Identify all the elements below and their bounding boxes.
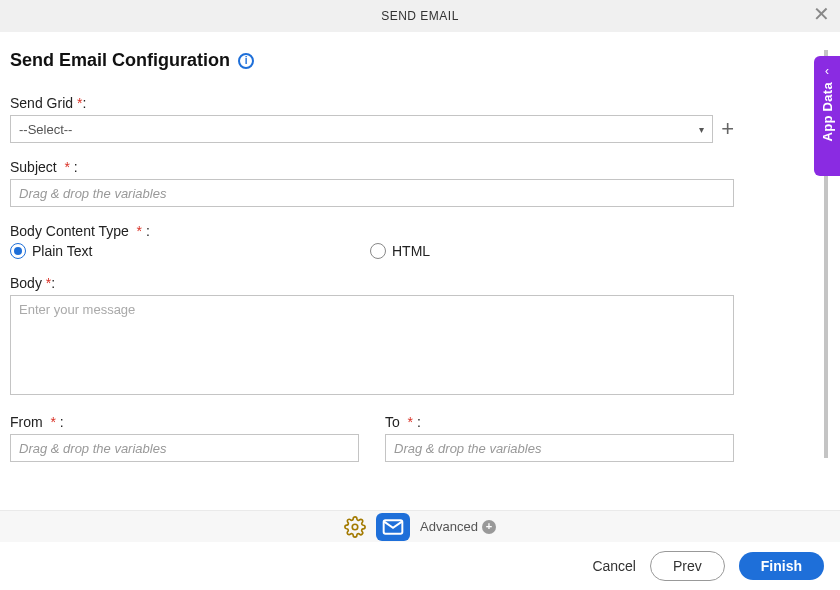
svg-point-0: [352, 524, 358, 530]
add-send-grid-icon[interactable]: +: [721, 118, 734, 140]
subject-input[interactable]: [10, 179, 734, 207]
radio-plain-text-label: Plain Text: [32, 243, 92, 259]
from-label: From * :: [10, 414, 359, 430]
required-asterisk: *: [64, 159, 69, 175]
required-asterisk: *: [137, 223, 142, 239]
app-data-tab[interactable]: ‹ App Data: [814, 56, 840, 176]
mid-toolbar: Advanced +: [0, 510, 840, 542]
radio-html[interactable]: HTML: [370, 243, 430, 259]
form-scroll-region: Send Email Configuration i Send Grid *: …: [10, 50, 828, 458]
dialog-title: SEND EMAIL: [381, 9, 459, 23]
required-asterisk: *: [50, 414, 55, 430]
send-grid-label: Send Grid *:: [10, 95, 734, 111]
plus-circle-icon: +: [482, 520, 496, 534]
radio-plain-text[interactable]: Plain Text: [10, 243, 370, 259]
dialog-header: SEND EMAIL ✕: [0, 0, 840, 32]
email-step-chip[interactable]: [376, 513, 410, 541]
advanced-label-text: Advanced: [420, 519, 478, 534]
page-title-row: Send Email Configuration i: [10, 50, 734, 71]
page-title: Send Email Configuration: [10, 50, 230, 71]
field-to: To * :: [385, 414, 734, 462]
subject-label: Subject * :: [10, 159, 734, 175]
required-asterisk: *: [408, 414, 413, 430]
radio-html-label: HTML: [392, 243, 430, 259]
cancel-button[interactable]: Cancel: [592, 558, 636, 574]
to-input[interactable]: [385, 434, 734, 462]
radio-icon-selected: [10, 243, 26, 259]
required-asterisk: *: [77, 95, 82, 111]
finish-button[interactable]: Finish: [739, 552, 824, 580]
field-body: Body *:: [10, 275, 734, 398]
chevron-down-icon: ▾: [699, 124, 704, 135]
gear-icon[interactable]: [344, 516, 366, 538]
info-icon[interactable]: i: [238, 53, 254, 69]
chevron-left-icon: ‹: [825, 64, 829, 78]
dialog-content: Send Email Configuration i Send Grid *: …: [0, 32, 840, 510]
from-to-row: From * : To * :: [10, 414, 734, 462]
radio-icon: [370, 243, 386, 259]
body-content-type-label: Body Content Type * :: [10, 223, 734, 239]
field-body-content-type: Body Content Type * : Plain Text HTML: [10, 223, 734, 259]
body-label: Body *:: [10, 275, 734, 291]
to-label: To * :: [385, 414, 734, 430]
send-grid-select[interactable]: --Select-- ▾: [10, 115, 713, 143]
required-asterisk: *: [46, 275, 51, 291]
app-data-label: App Data: [820, 82, 835, 141]
body-textarea[interactable]: [10, 295, 734, 395]
field-subject: Subject * :: [10, 159, 734, 207]
field-from: From * :: [10, 414, 359, 462]
dialog-footer: Cancel Prev Finish: [0, 542, 840, 590]
close-icon[interactable]: ✕: [813, 4, 830, 24]
advanced-toggle[interactable]: Advanced +: [420, 519, 496, 534]
prev-button[interactable]: Prev: [650, 551, 725, 581]
send-grid-value: --Select--: [19, 122, 72, 137]
from-input[interactable]: [10, 434, 359, 462]
field-send-grid: Send Grid *: --Select-- ▾ +: [10, 95, 734, 143]
